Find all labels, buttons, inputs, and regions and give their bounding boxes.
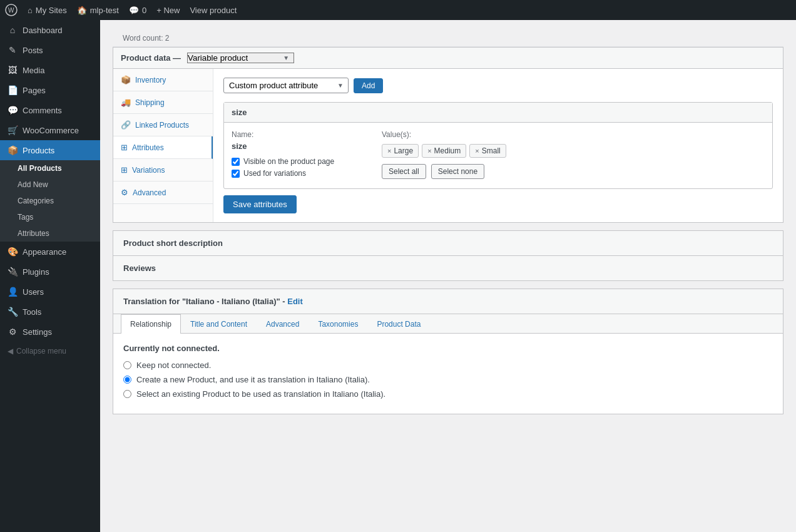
radio-create-new-input[interactable] bbox=[123, 376, 131, 384]
tab-linked-products[interactable]: 🔗 Linked Products bbox=[113, 114, 213, 136]
tab-variations[interactable]: ⊞ Variations bbox=[113, 159, 213, 182]
save-attributes-button[interactable]: Save attributes bbox=[223, 195, 297, 213]
attribute-block-body: Name: size Visible on the product page U… bbox=[224, 123, 772, 188]
product-type-wrapper[interactable]: Simple product Variable product Grouped … bbox=[187, 53, 294, 63]
sidebar-label: Plugins bbox=[23, 267, 49, 277]
select-all-button[interactable]: Select all bbox=[382, 164, 426, 179]
used-for-variations-checkbox[interactable] bbox=[232, 170, 240, 178]
tab-inventory[interactable]: 📦 Inventory bbox=[113, 69, 213, 91]
sidebar-item-pages[interactable]: 📄 Pages bbox=[0, 80, 100, 100]
values-label: Value(s): bbox=[382, 130, 765, 139]
translation-header: Translation for "Italiano - Italiano (It… bbox=[113, 289, 783, 314]
translation-tab-taxonomies[interactable]: Taxonomies bbox=[309, 314, 367, 334]
tab-attributes[interactable]: ⊞ Attributes bbox=[113, 136, 213, 159]
attr-name-label: Name: bbox=[232, 130, 369, 139]
translation-tab-title-content[interactable]: Title and Content bbox=[181, 314, 257, 334]
attribute-type-select[interactable]: Custom product attribute bbox=[223, 78, 349, 93]
radio-keep-not-connected: Keep not connected. bbox=[123, 361, 773, 370]
my-sites[interactable]: ⌂ My Sites bbox=[28, 6, 67, 15]
select-none-button[interactable]: Select none bbox=[431, 164, 484, 179]
sidebar-label: Pages bbox=[23, 86, 46, 95]
reviews-header[interactable]: Reviews bbox=[113, 256, 783, 280]
sidebar-label: Users bbox=[23, 287, 44, 297]
collapse-menu[interactable]: ◀ Collapse menu bbox=[0, 342, 100, 361]
linked-products-icon: 🔗 bbox=[121, 120, 131, 130]
wc-tabs: 📦 Inventory 🚚 Shipping 🔗 Linked Products… bbox=[113, 69, 213, 222]
remove-medium-icon[interactable]: × bbox=[427, 147, 431, 155]
shipping-icon: 🚚 bbox=[121, 98, 131, 107]
translation-edit-link[interactable]: Edit bbox=[287, 297, 303, 306]
product-type-select[interactable]: Simple product Variable product Grouped … bbox=[187, 53, 294, 63]
variations-icon: ⊞ bbox=[121, 165, 128, 175]
submenu-attributes[interactable]: Attributes bbox=[0, 225, 100, 242]
sidebar-item-appearance[interactable]: 🎨 Appearance bbox=[0, 242, 100, 262]
attributes-icon: ⊞ bbox=[121, 143, 128, 152]
sidebar-item-dashboard[interactable]: ⌂ Dashboard bbox=[0, 20, 100, 40]
attribute-selector-row: Custom product attribute ▼ Add bbox=[223, 78, 773, 93]
site-name[interactable]: 🏠 mlp-test bbox=[77, 6, 119, 15]
radio-select-existing-label: Select an existing Product to be used as… bbox=[136, 389, 385, 399]
value-tags-list: × Large × Medium × Small bbox=[382, 144, 765, 158]
attribute-block-header: size bbox=[224, 103, 772, 123]
translation-tab-relationship[interactable]: Relationship bbox=[121, 314, 181, 334]
sidebar-label: WooCommerce bbox=[23, 126, 79, 135]
tab-advanced[interactable]: ⚙ Advanced bbox=[113, 182, 213, 204]
value-tag-medium: × Medium bbox=[422, 144, 466, 158]
submenu-add-new[interactable]: Add New bbox=[0, 176, 100, 193]
tools-icon: 🔧 bbox=[8, 307, 18, 317]
submenu-tags[interactable]: Tags bbox=[0, 209, 100, 225]
comments-link[interactable]: 💬 0 bbox=[129, 6, 146, 15]
attributes-panel: Custom product attribute ▼ Add size bbox=[213, 69, 783, 222]
sidebar-label: Appearance bbox=[23, 247, 66, 257]
woocommerce-icon: 🛒 bbox=[8, 125, 18, 135]
select-links: Select all Select none bbox=[382, 164, 765, 179]
translation-tab-product-data[interactable]: Product Data bbox=[367, 314, 430, 334]
main-content: Word count: 2 Product data — Simple prod… bbox=[100, 20, 796, 424]
add-attribute-button[interactable]: Add bbox=[354, 78, 383, 93]
visible-checkbox-row: Visible on the product page bbox=[232, 157, 369, 166]
attr-name-value: size bbox=[232, 141, 369, 151]
translation-content: Currently not connected. Keep not connec… bbox=[113, 334, 783, 414]
radio-keep-not-connected-label: Keep not connected. bbox=[136, 361, 211, 370]
remove-large-icon[interactable]: × bbox=[387, 147, 391, 155]
product-data-header: Product data — Simple product Variable p… bbox=[113, 48, 783, 69]
attribute-left-col: Name: size Visible on the product page U… bbox=[232, 130, 369, 181]
products-submenu: All Products Add New Categories Tags Att… bbox=[0, 160, 100, 242]
wp-logo[interactable]: W bbox=[5, 4, 18, 16]
translation-tabs: Relationship Title and Content Advanced … bbox=[113, 314, 783, 334]
radio-create-new-label: Create a new Product, and use it as tran… bbox=[136, 375, 370, 384]
product-short-description-header[interactable]: Product short description bbox=[113, 231, 783, 255]
sidebar-item-comments[interactable]: 💬 Comments bbox=[0, 100, 100, 120]
svg-text:W: W bbox=[8, 7, 14, 14]
submenu-categories[interactable]: Categories bbox=[0, 193, 100, 209]
sidebar-item-media[interactable]: 🖼 Media bbox=[0, 60, 100, 80]
attr-type-wrapper[interactable]: Custom product attribute ▼ bbox=[223, 78, 349, 93]
view-product[interactable]: View product bbox=[190, 6, 237, 15]
appearance-icon: 🎨 bbox=[8, 247, 18, 257]
translation-tab-advanced[interactable]: Advanced bbox=[257, 314, 309, 334]
remove-small-icon[interactable]: × bbox=[475, 147, 479, 155]
value-tag-large: × Large bbox=[382, 144, 419, 158]
radio-select-existing-input[interactable] bbox=[123, 390, 131, 398]
new-item[interactable]: + New bbox=[156, 6, 180, 15]
radio-create-new: Create a new Product, and use it as tran… bbox=[123, 375, 773, 384]
product-data-box: Product data — Simple product Variable p… bbox=[113, 47, 783, 223]
users-icon: 👤 bbox=[8, 287, 18, 297]
sidebar-item-posts[interactable]: ✎ Posts bbox=[0, 40, 100, 60]
content-wrap: Word count: 2 Product data — Simple prod… bbox=[100, 20, 796, 424]
sidebar-item-users[interactable]: 👤 Users bbox=[0, 282, 100, 302]
submenu-all-products[interactable]: All Products bbox=[0, 160, 100, 176]
reviews-box: Reviews bbox=[113, 256, 783, 281]
attribute-block-size: size Name: size Visible on the product p… bbox=[223, 102, 773, 189]
visible-checkbox[interactable] bbox=[232, 158, 240, 166]
tab-shipping[interactable]: 🚚 Shipping bbox=[113, 91, 213, 114]
sidebar-item-settings[interactable]: ⚙ Settings bbox=[0, 322, 100, 342]
sidebar-label: Products bbox=[23, 146, 54, 155]
radio-keep-not-connected-input[interactable] bbox=[123, 361, 131, 369]
translation-title-prefix: Translation for "Italiano - Italiano (It… bbox=[123, 297, 287, 306]
sidebar-item-tools[interactable]: 🔧 Tools bbox=[0, 302, 100, 322]
sidebar-item-plugins[interactable]: 🔌 Plugins bbox=[0, 262, 100, 282]
sidebar-item-woocommerce[interactable]: 🛒 WooCommerce bbox=[0, 120, 100, 140]
sidebar-item-products[interactable]: 📦 Products bbox=[0, 140, 100, 160]
tag-label: Small bbox=[482, 146, 501, 155]
